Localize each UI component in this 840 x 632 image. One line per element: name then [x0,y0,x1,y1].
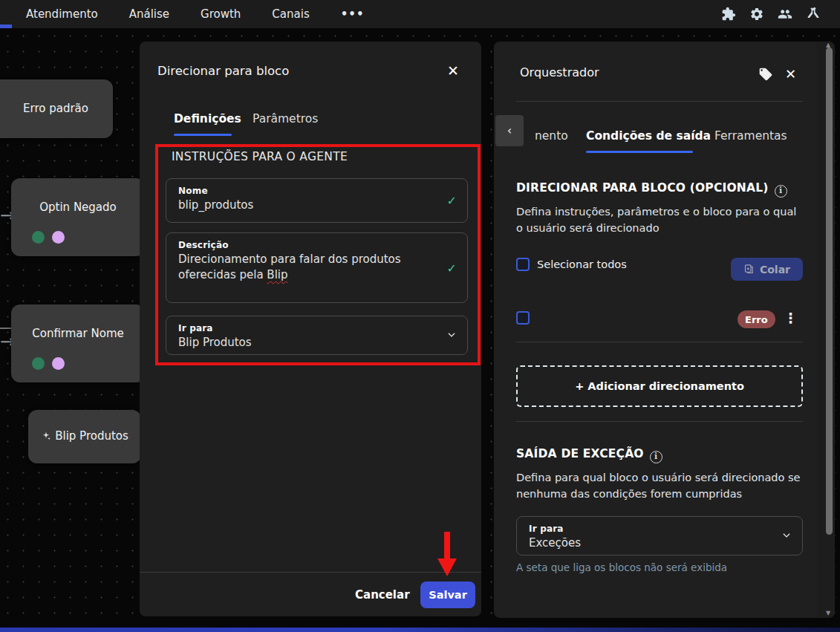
flow-block-label: Confirmar Nome [11,327,145,340]
nav-action-icons [721,0,821,28]
flow-block-label: Blip Produtos [55,429,128,443]
green-port-dot [32,357,45,370]
scroll-down-icon[interactable]: ▼ [826,610,830,616]
active-tab-underline [174,134,232,136]
settings-gear-icon[interactable] [749,7,764,22]
app-window: Erro padrão → Optin Negado → Confirmar N… [0,0,840,632]
tab-clipped[interactable]: nento [535,129,568,143]
excecao-description: Defina para qual bloco o usuário será di… [516,469,803,502]
instructions-section-title: INSTRUÇÕES PARA O AGENTE [172,150,348,163]
tab-parametros[interactable]: Parâmetros [253,112,318,126]
panel-scrollbar: ▲ ▼ [817,42,835,618]
ir-para-select-value: Blip Produtos [178,335,437,351]
nav-item-atendimento[interactable]: Atendimento [26,7,98,21]
direcionar-description: Defina instruções, parâmetros e o bloco … [516,203,803,236]
paste-colar-button[interactable]: Colar [731,258,803,281]
flow-block-label: Optin Negado [11,201,145,214]
row-divider [516,342,803,342]
select-all-label: Selecionar todos [537,258,627,270]
panel-close-icon[interactable]: ✕ [785,66,796,82]
collapse-panel-button[interactable]: ‹ [495,115,524,146]
modal-title: Direcionar para bloco [157,64,289,78]
excecao-section-title: SAÍDA DE EXCEÇÃOi [516,447,662,463]
nav-more-menu[interactable]: ••• [341,7,365,21]
erro-status-badge: Erro [738,310,775,328]
direcionar-section-title: DIRECIONAR PARA BLOCO (OPCIONAL)i [516,181,787,198]
orquestrador-panel: Orquestrador ✕ ‹ nento Condições de saíd… [494,42,835,618]
purple-port-dot [52,357,65,370]
info-icon[interactable]: i [650,451,662,463]
excecao-ir-para-select[interactable]: Ir para Exceções [516,516,803,556]
cancel-button[interactable]: Cancelar [355,588,410,602]
footer-divider [140,572,481,573]
ir-para-select[interactable]: Ir para Blip Produtos [166,316,468,355]
panel-title: Orquestrador [520,65,599,79]
tab-ferramentas[interactable]: Ferramentas [714,129,787,143]
direction-row-checkbox[interactable] [516,311,530,325]
green-port-dot [32,231,45,244]
excecao-ir-para-value: Exceções [529,535,772,551]
paste-icon [743,264,755,275]
nav-active-tab-indicator [0,25,12,28]
valid-check-icon: ✓ [447,194,457,208]
tab-condicoes-de-saida[interactable]: Condições de saída [586,129,711,143]
nome-field-value[interactable]: blip_produtos [178,198,437,213]
add-direcionamento-button[interactable]: + Adicionar direcionamento [516,365,803,407]
modal-close-icon[interactable]: ✕ [447,62,459,79]
info-icon[interactable]: i [775,185,787,198]
chevron-left-icon: ‹ [507,124,512,137]
section-divider [516,421,803,422]
flow-block-optin-negado[interactable]: Optin Negado [11,178,145,256]
extensions-puzzle-icon[interactable] [721,7,736,22]
active-tab-underline [586,151,693,153]
bottom-progress-bar [0,628,840,632]
flask-lab-icon[interactable] [806,7,821,22]
chevron-down-icon [781,529,792,543]
excecao-ir-para-label: Ir para [529,524,772,534]
nav-item-analise[interactable]: Análise [129,7,169,21]
connector-line [0,328,12,329]
descricao-field-value[interactable]: Direcionamento para falar dos produtos o… [178,252,437,283]
nav-item-canais[interactable]: Canais [272,7,309,21]
nome-field[interactable]: Nome blip_produtos ✓ [166,178,468,223]
nome-field-label: Nome [178,186,437,196]
valid-check-icon: ✓ [447,261,457,275]
kebab-menu-icon[interactable]: ⋮ [784,309,798,328]
chevron-down-icon [446,328,457,342]
scrollbar-thumb[interactable] [826,48,833,535]
flow-block-erro-padrao[interactable]: Erro padrão [0,79,113,138]
tab-definicoes[interactable]: Definições [174,112,241,126]
save-button[interactable]: Salvar [420,581,475,608]
arrow-hidden-note: A seta que liga os blocos não será exibi… [516,561,727,573]
flow-block-blip-produtos[interactable]: Blip Produtos [28,410,141,463]
select-all-checkbox[interactable] [516,258,530,271]
purple-port-dot [52,231,65,244]
descricao-field[interactable]: Descrição Direcionamento para falar dos … [166,232,468,303]
descricao-field-label: Descrição [178,240,437,250]
header-divider [516,101,803,102]
sparkle-ai-icon [41,431,51,441]
flow-block-confirmar-nome[interactable]: Confirmar Nome [11,304,145,382]
nav-item-growth[interactable]: Growth [201,7,241,21]
users-group-icon[interactable] [778,7,792,22]
direcionar-para-bloco-modal: Direcionar para bloco ✕ Definições Parâm… [140,42,481,616]
tag-icon[interactable] [758,67,773,82]
flow-block-label: Erro padrão [0,102,113,115]
top-navigation-bar: Atendimento Análise Growth Canais ••• [0,0,840,28]
ir-para-select-label: Ir para [178,323,437,333]
misspelled-word: Blip [267,268,287,281]
